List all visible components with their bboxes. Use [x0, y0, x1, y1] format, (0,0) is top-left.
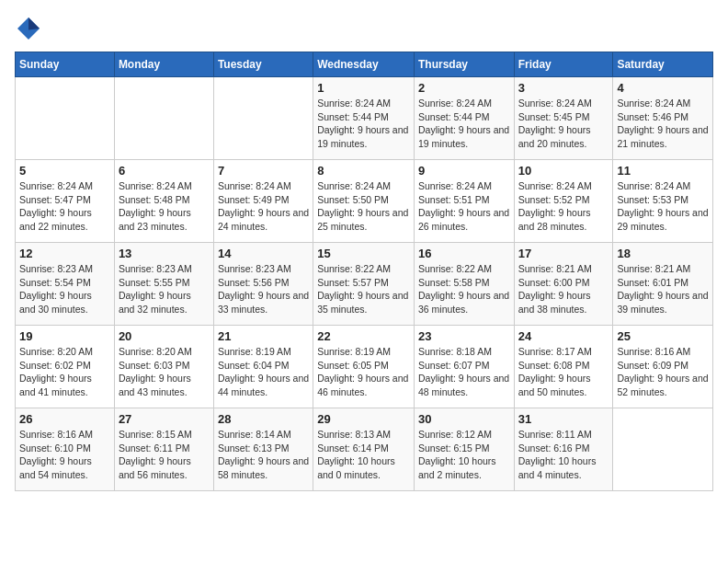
day-info: Sunrise: 8:24 AMSunset: 5:50 PMDaylight:…	[317, 179, 410, 234]
day-number: 13	[119, 247, 210, 260]
day-number: 23	[418, 329, 510, 343]
day-number: 2	[418, 81, 510, 95]
calendar-cell	[213, 77, 313, 160]
day-number: 6	[119, 164, 210, 178]
sunset-text: Sunset: 6:13 PM	[218, 442, 309, 455]
daylight-text: Daylight: 9 hours and 30 minutes.	[19, 289, 110, 316]
day-number: 16	[418, 247, 510, 260]
sunrise-text: Sunrise: 8:19 AM	[218, 345, 309, 359]
daylight-text: Daylight: 9 hours and 41 minutes.	[19, 372, 110, 398]
sunrise-text: Sunrise: 8:24 AM	[119, 179, 210, 193]
calendar-cell: 21Sunrise: 8:19 AMSunset: 6:04 PMDayligh…	[213, 326, 313, 408]
sunset-text: Sunset: 6:09 PM	[617, 359, 709, 373]
day-info: Sunrise: 8:11 AMSunset: 6:16 PMDaylight:…	[518, 428, 609, 482]
sunset-text: Sunset: 5:48 PM	[119, 193, 210, 207]
calendar-cell	[613, 408, 713, 491]
day-info: Sunrise: 8:21 AMSunset: 6:00 PMDaylight:…	[518, 262, 609, 316]
sunrise-text: Sunrise: 8:17 AM	[518, 345, 609, 359]
daylight-text: Daylight: 9 hours and 58 minutes.	[218, 454, 309, 481]
daylight-text: Daylight: 9 hours and 22 minutes.	[19, 206, 110, 233]
daylight-text: Daylight: 9 hours and 19 minutes.	[317, 123, 410, 150]
day-number: 10	[518, 164, 609, 178]
daylight-text: Daylight: 9 hours and 28 minutes.	[518, 206, 609, 233]
calendar-cell: 31Sunrise: 8:11 AMSunset: 6:16 PMDayligh…	[514, 408, 613, 491]
calendar-week-row: 5Sunrise: 8:24 AMSunset: 5:47 PMDaylight…	[16, 160, 713, 243]
sunset-text: Sunset: 5:52 PM	[518, 193, 609, 207]
sunset-text: Sunset: 6:07 PM	[418, 359, 510, 373]
daylight-text: Daylight: 9 hours and 50 minutes.	[518, 372, 609, 398]
daylight-text: Daylight: 10 hours and 4 minutes.	[518, 454, 609, 481]
calendar-cell	[114, 77, 213, 160]
daylight-text: Daylight: 9 hours and 33 minutes.	[218, 289, 309, 316]
sunset-text: Sunset: 6:15 PM	[418, 442, 510, 455]
sunset-text: Sunset: 6:04 PM	[218, 359, 309, 373]
calendar-week-row: 19Sunrise: 8:20 AMSunset: 6:02 PMDayligh…	[16, 326, 713, 408]
calendar-cell: 22Sunrise: 8:19 AMSunset: 6:05 PMDayligh…	[313, 326, 415, 408]
calendar-cell: 3Sunrise: 8:24 AMSunset: 5:45 PMDaylight…	[514, 77, 613, 160]
sunrise-text: Sunrise: 8:15 AM	[119, 428, 210, 442]
weekday-header-sunday: Sunday	[16, 52, 115, 77]
day-number: 12	[19, 247, 110, 260]
sunrise-text: Sunrise: 8:24 AM	[317, 97, 410, 110]
sunset-text: Sunset: 5:58 PM	[418, 276, 510, 290]
daylight-text: Daylight: 9 hours and 38 minutes.	[518, 289, 609, 316]
daylight-text: Daylight: 9 hours and 56 minutes.	[119, 454, 210, 481]
day-info: Sunrise: 8:24 AMSunset: 5:49 PMDaylight:…	[218, 179, 309, 234]
calendar-cell: 11Sunrise: 8:24 AMSunset: 5:53 PMDayligh…	[613, 160, 713, 243]
daylight-text: Daylight: 9 hours and 21 minutes.	[617, 123, 709, 150]
calendar-cell: 10Sunrise: 8:24 AMSunset: 5:52 PMDayligh…	[514, 160, 613, 243]
sunset-text: Sunset: 5:45 PM	[518, 110, 609, 124]
day-info: Sunrise: 8:18 AMSunset: 6:07 PMDaylight:…	[418, 345, 510, 399]
sunrise-text: Sunrise: 8:18 AM	[418, 345, 510, 359]
calendar-cell: 16Sunrise: 8:22 AMSunset: 5:58 PMDayligh…	[414, 243, 514, 326]
day-info: Sunrise: 8:20 AMSunset: 6:03 PMDaylight:…	[119, 345, 210, 399]
calendar-cell: 15Sunrise: 8:22 AMSunset: 5:57 PMDayligh…	[313, 243, 415, 326]
daylight-text: Daylight: 9 hours and 25 minutes.	[317, 206, 410, 233]
sunset-text: Sunset: 6:00 PM	[518, 276, 609, 290]
calendar-cell: 18Sunrise: 8:21 AMSunset: 6:01 PMDayligh…	[613, 243, 713, 326]
day-number: 30	[418, 412, 510, 426]
sunrise-text: Sunrise: 8:20 AM	[119, 345, 210, 359]
daylight-text: Daylight: 9 hours and 54 minutes.	[19, 454, 110, 481]
sunset-text: Sunset: 6:08 PM	[518, 359, 609, 373]
daylight-text: Daylight: 9 hours and 20 minutes.	[518, 123, 609, 150]
day-info: Sunrise: 8:22 AMSunset: 5:58 PMDaylight:…	[418, 262, 510, 316]
calendar-cell: 28Sunrise: 8:14 AMSunset: 6:13 PMDayligh…	[213, 408, 313, 491]
day-info: Sunrise: 8:23 AMSunset: 5:54 PMDaylight:…	[19, 262, 110, 316]
daylight-text: Daylight: 9 hours and 23 minutes.	[119, 206, 210, 233]
daylight-text: Daylight: 9 hours and 46 minutes.	[317, 372, 410, 398]
sunset-text: Sunset: 5:47 PM	[19, 193, 110, 207]
day-info: Sunrise: 8:21 AMSunset: 6:01 PMDaylight:…	[617, 262, 709, 316]
day-info: Sunrise: 8:23 AMSunset: 5:55 PMDaylight:…	[119, 262, 210, 316]
calendar-table: SundayMondayTuesdayWednesdayThursdayFrid…	[15, 52, 713, 491]
calendar-cell: 26Sunrise: 8:16 AMSunset: 6:10 PMDayligh…	[16, 408, 115, 491]
day-info: Sunrise: 8:20 AMSunset: 6:02 PMDaylight:…	[19, 345, 110, 399]
sunrise-text: Sunrise: 8:16 AM	[617, 345, 709, 359]
day-number: 21	[218, 329, 309, 343]
calendar-cell: 7Sunrise: 8:24 AMSunset: 5:49 PMDaylight…	[213, 160, 313, 243]
calendar-cell: 13Sunrise: 8:23 AMSunset: 5:55 PMDayligh…	[114, 243, 213, 326]
day-info: Sunrise: 8:24 AMSunset: 5:51 PMDaylight:…	[418, 179, 510, 234]
sunrise-text: Sunrise: 8:24 AM	[218, 179, 309, 193]
daylight-text: Daylight: 9 hours and 35 minutes.	[317, 289, 410, 316]
sunrise-text: Sunrise: 8:21 AM	[617, 262, 709, 276]
sunset-text: Sunset: 6:16 PM	[518, 442, 609, 455]
page-header	[15, 15, 713, 42]
sunset-text: Sunset: 6:01 PM	[617, 276, 709, 290]
day-number: 15	[317, 247, 410, 260]
sunset-text: Sunset: 6:02 PM	[19, 359, 110, 373]
day-info: Sunrise: 8:24 AMSunset: 5:44 PMDaylight:…	[418, 97, 510, 151]
calendar-cell: 17Sunrise: 8:21 AMSunset: 6:00 PMDayligh…	[514, 243, 613, 326]
sunset-text: Sunset: 5:51 PM	[418, 193, 510, 207]
day-info: Sunrise: 8:24 AMSunset: 5:48 PMDaylight:…	[119, 179, 210, 234]
sunrise-text: Sunrise: 8:24 AM	[518, 97, 609, 110]
daylight-text: Daylight: 9 hours and 24 minutes.	[218, 206, 309, 233]
calendar-cell: 19Sunrise: 8:20 AMSunset: 6:02 PMDayligh…	[16, 326, 115, 408]
sunrise-text: Sunrise: 8:24 AM	[617, 97, 709, 110]
day-number: 9	[418, 164, 510, 178]
calendar-cell: 2Sunrise: 8:24 AMSunset: 5:44 PMDaylight…	[414, 77, 514, 160]
daylight-text: Daylight: 9 hours and 52 minutes.	[617, 372, 709, 398]
calendar-week-row: 1Sunrise: 8:24 AMSunset: 5:44 PMDaylight…	[16, 77, 713, 160]
sunset-text: Sunset: 5:55 PM	[119, 276, 210, 290]
day-number: 19	[19, 329, 110, 343]
